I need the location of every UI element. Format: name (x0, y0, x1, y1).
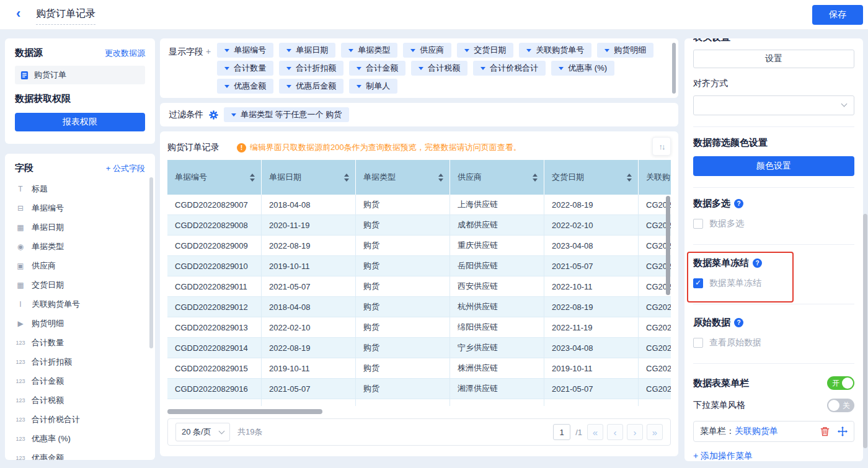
field-item[interactable]: 123优惠率 (%) (5, 429, 155, 448)
multi-select-checkbox[interactable] (693, 219, 703, 229)
display-fields-panel: 显示字段+ 单据编号单据日期单据类型供应商交货日期关联购货单号购货明细合计数量合… (160, 38, 678, 98)
filter-condition-tag[interactable]: 单据类型 等于任意一个 购货 (224, 107, 349, 122)
field-item[interactable]: 123合计价税合计 (5, 410, 155, 429)
display-field-tag[interactable]: 单据编号 (217, 43, 273, 58)
display-field-tag[interactable]: 优惠率 (%) (551, 61, 614, 76)
datasource-item[interactable]: 购货订单 (15, 66, 145, 84)
raw-data-checkbox[interactable] (693, 338, 703, 348)
dropdown-style-toggle-off[interactable]: 关 (827, 399, 854, 412)
column-header[interactable]: 供应商 (450, 160, 544, 195)
align-select[interactable] (693, 95, 854, 115)
field-item[interactable]: ◉单据类型 (5, 237, 155, 256)
table-row[interactable]: CGDD202208290152019-10-11购货株洲供应链2019-10-… (167, 358, 671, 379)
table-vertical-scrollbar[interactable] (666, 196, 670, 295)
fields-title: 字段 (15, 162, 33, 174)
table-row[interactable]: CGDD202208290082020-11-19购货成都供应链2022-02-… (167, 215, 671, 236)
gear-icon[interactable] (209, 110, 218, 120)
column-header[interactable]: 交货日期 (544, 160, 639, 195)
field-item[interactable]: ▦单据日期 (5, 218, 155, 237)
display-field-tag[interactable]: 交货日期 (457, 43, 513, 58)
column-sort-icon[interactable] (344, 174, 349, 182)
table-horizontal-scrollbar[interactable] (167, 409, 322, 414)
field-item[interactable]: T标题 (5, 179, 155, 198)
column-label: 关联购货 (646, 172, 671, 183)
change-datasource-link[interactable]: 更改数据源 (105, 48, 145, 59)
datasource-title: 数据源 (15, 47, 43, 59)
page-size-select[interactable]: 20 条/页 (175, 423, 230, 441)
add-display-field-button[interactable]: + (206, 46, 211, 56)
field-item[interactable]: I关联购货单号 (5, 294, 155, 314)
table-row[interactable]: CGDD202208290112021-05-07购货西安供应链2022-10-… (167, 276, 671, 297)
trash-icon[interactable] (820, 426, 830, 436)
display-field-tag[interactable]: 合计金额 (349, 61, 405, 76)
page-scrollbar[interactable] (863, 214, 867, 448)
table-cell: CG2022 (639, 358, 671, 378)
table-row[interactable]: CGDD202208290142022-08-19购货宁乡供应链2023-04-… (167, 338, 671, 358)
column-sort-icon[interactable] (250, 174, 255, 182)
help-icon[interactable]: ? (734, 199, 743, 208)
column-header[interactable]: 单据日期 (262, 160, 356, 195)
save-button[interactable]: 保存 (812, 5, 863, 25)
field-item[interactable]: ▶购货明细 (5, 314, 155, 333)
display-field-tag[interactable]: 制单人 (349, 79, 397, 94)
column-header[interactable]: 关联购货 (639, 160, 671, 195)
table-cell: 2023-04-08 (544, 236, 639, 255)
column-sort-icon[interactable] (627, 174, 632, 182)
menu-freeze-checkbox[interactable] (693, 278, 703, 288)
toggle-knob (828, 400, 839, 411)
table-cell: 2022-02-10 (262, 317, 356, 337)
display-field-tag[interactable]: 合计税额 (411, 61, 467, 76)
field-item[interactable]: 123优惠金额 (5, 448, 155, 460)
field-item[interactable]: ⊟单据编号 (5, 198, 155, 218)
table-row[interactable]: CGDD202208290162021-05-07购货湘潭供应链2021-05-… (167, 379, 671, 399)
table-row[interactable]: CGDD202208290132022-02-10购货绵阳供应链2022-11-… (167, 317, 671, 338)
dropdown-style-header: 下拉菜单风格 关 (693, 399, 854, 412)
settings-button[interactable]: 设置 (693, 50, 854, 68)
menubar-toggle-on[interactable]: 开 (827, 376, 854, 390)
add-action-menu-link[interactable]: + 添加操作菜单 (693, 451, 854, 461)
menubar-item-value[interactable]: 关联购货单 (735, 426, 778, 437)
column-sort-icon[interactable] (533, 174, 538, 182)
sort-order-button[interactable]: ↑↓ (652, 137, 671, 156)
help-icon[interactable]: ? (734, 318, 743, 327)
field-item[interactable]: ▣供应商 (5, 256, 155, 275)
number-icon: 123 (15, 396, 26, 405)
last-page-button[interactable]: » (647, 424, 663, 440)
table-cell: CGDD20220829012 (167, 297, 262, 317)
table-row[interactable]: CGDD202208290072018-04-08购货上海供应链2022-08-… (167, 195, 671, 215)
display-field-tag[interactable]: 单据类型 (341, 43, 397, 58)
field-item[interactable]: 123合计折扣额 (5, 352, 155, 371)
field-item[interactable]: 123合计金额 (5, 371, 155, 391)
display-field-tag[interactable]: 优惠金额 (217, 79, 273, 94)
display-field-tag[interactable]: 购货明细 (597, 43, 653, 58)
field-item[interactable]: ▦交货日期 (5, 275, 155, 294)
table-row[interactable]: CGDD202208290102019-10-11购货岳阳供应链2021-05-… (167, 256, 671, 276)
move-icon[interactable] (838, 426, 848, 436)
display-field-tag[interactable]: 优惠后金额 (279, 79, 343, 94)
field-item[interactable]: 123合计数量 (5, 333, 155, 352)
help-icon[interactable]: ? (753, 258, 762, 268)
prev-page-button[interactable]: ‹ (607, 424, 623, 440)
color-settings-button[interactable]: 颜色设置 (693, 156, 854, 176)
back-icon[interactable]: ‹ (16, 7, 20, 20)
display-field-tag[interactable]: 关联购货单号 (519, 43, 591, 58)
display-field-tag[interactable]: 合计折扣额 (279, 61, 343, 76)
report-permission-button[interactable]: 报表权限 (15, 113, 145, 131)
table-row[interactable]: CGDD202208290092022-08-19购货重庆供应链2023-04-… (167, 236, 671, 256)
display-field-tag[interactable]: 合计数量 (217, 61, 273, 76)
column-header[interactable]: 单据类型 (356, 160, 450, 195)
column-header[interactable]: 单据编号 (167, 160, 262, 195)
display-field-tag[interactable]: 合计价税合计 (473, 61, 546, 76)
field-item[interactable]: 123合计税额 (5, 391, 155, 410)
add-formula-field-link[interactable]: + 公式字段 (106, 163, 145, 174)
first-page-button[interactable]: « (587, 424, 603, 440)
table-row[interactable]: CGDD202208290122018-04-08购货杭州供应链2022-08-… (167, 297, 671, 317)
display-fields-scrollbar[interactable] (672, 43, 676, 94)
page-number-input[interactable]: 1 (553, 424, 570, 440)
next-page-button[interactable]: › (627, 424, 643, 440)
fields-scrollbar[interactable] (149, 177, 153, 348)
column-sort-icon[interactable] (438, 174, 443, 182)
display-field-tag[interactable]: 单据日期 (279, 43, 335, 58)
display-field-tag[interactable]: 供应商 (403, 43, 451, 58)
multi-select-title: 数据多选 ? (693, 198, 854, 210)
